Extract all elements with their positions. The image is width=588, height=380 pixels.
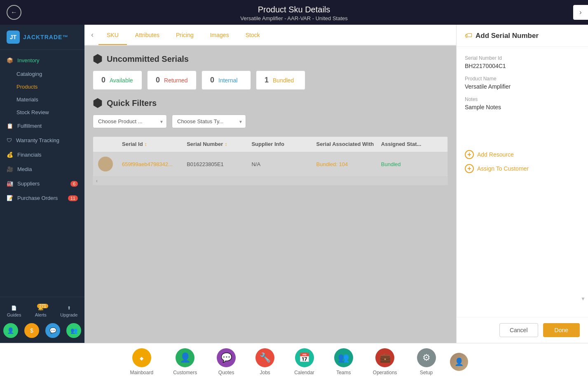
assigned-status-cell: Bundled — [381, 161, 443, 167]
sidebar-bottom-nav: 📄 Guides 🔔 271 Alerts ⬆ Upgrade — [0, 302, 84, 321]
suppliers-icon: 🏭 — [7, 181, 13, 187]
sidebar-alerts-button[interactable]: 🔔 271 Alerts — [35, 305, 47, 317]
col-serial-number-label: Serial Number — [187, 141, 223, 147]
serial-id-cell[interactable]: 659f99aeb4798342... — [122, 161, 183, 167]
sidebar-item-inventory[interactable]: 📦 Inventory — [0, 53, 84, 68]
bottom-nav-teams[interactable]: 👥 Teams — [324, 345, 363, 379]
sidebar-item-fulfillment[interactable]: 📋 Fulfillment — [0, 119, 84, 133]
sidebar-item-label: Inventory — [17, 57, 39, 63]
sidebar-nav: 📦 Inventory Cataloging Products Material… — [0, 50, 84, 297]
main-layout: JT JACKTRADE™ 📦 Inventory Cataloging Pro… — [0, 25, 588, 343]
bottom-nav-quotes[interactable]: 💬 Quotes — [207, 345, 246, 379]
cancel-button[interactable]: Cancel — [499, 323, 538, 337]
financials-icon: 💰 — [7, 152, 13, 158]
row-avatar — [98, 157, 113, 171]
bottom-bar: ⬥ Mainboard 👤 Customers 💬 Quotes 🔧 Jobs … — [0, 343, 588, 380]
sidebar-item-media[interactable]: 🎥 Media — [0, 162, 84, 176]
right-panel: 🏷 Add Serial Number Serial Number Id BH2… — [456, 25, 588, 343]
chat-avatar[interactable]: 💬 — [45, 323, 60, 338]
done-button[interactable]: Done — [543, 323, 580, 337]
available-count: 0 — [101, 76, 105, 84]
page-content: Uncommitted Serials 0 Available 0 Return… — [84, 46, 456, 343]
bottom-nav-jobs[interactable]: 🔧 Jobs — [246, 345, 284, 379]
quotes-label: Quotes — [218, 370, 234, 375]
logo-icon: JT — [7, 30, 20, 44]
filters-row: Choose Product ... Choose Status Ty... — [93, 115, 448, 128]
bottom-nav-operations[interactable]: 💼 Operations — [363, 345, 407, 379]
add-resource-row[interactable]: + Add Resource — [465, 150, 580, 159]
sidebar-upgrade-button[interactable]: ⬆ Upgrade — [60, 305, 77, 317]
scroll-left-arrow[interactable]: ‹ — [96, 178, 98, 184]
sort-icon-serial-number[interactable]: ↕ — [225, 141, 227, 147]
jobs-icon: 🔧 — [255, 348, 274, 367]
tab-stock[interactable]: Stock — [237, 26, 268, 45]
choose-product-dropdown[interactable]: Choose Product ... — [93, 115, 167, 128]
panel-scroll-indicator: ▼ — [581, 296, 586, 302]
purchase-orders-icon: 📝 — [7, 195, 13, 201]
sidebar-item-warranty-tracking[interactable]: 🛡 Warranty Tracking — [0, 133, 84, 148]
bottom-nav-customers[interactable]: 👤 Customers — [163, 345, 207, 379]
customers-icon: 👤 — [176, 348, 194, 367]
tab-pricing[interactable]: Pricing — [168, 26, 202, 45]
sidebar-item-stock-review[interactable]: Stock Review — [0, 106, 84, 119]
status-cards: 0 Available 0 Returned 0 Internal 1 Bund… — [93, 70, 448, 90]
teams-icon: 👥 — [334, 348, 353, 367]
jobs-label: Jobs — [260, 370, 270, 375]
col-serial-id: Serial Id ↕ — [122, 141, 183, 147]
bottom-nav-setup[interactable]: ⚙ Setup — [407, 345, 446, 379]
forward-button[interactable]: › — [573, 5, 588, 20]
tab-images[interactable]: Images — [202, 26, 237, 45]
table-scroll-bar[interactable]: ‹ — [93, 177, 448, 185]
col-supplier-info: Supplier Info — [251, 141, 313, 147]
section-hex-icon — [93, 54, 103, 64]
user-profile-avatar[interactable]: 👤 — [450, 353, 468, 371]
sidebar-item-label: Suppliers — [17, 181, 40, 187]
sidebar-item-label: Materials — [16, 96, 38, 103]
bottom-nav-calendar[interactable]: 📅 Calendar — [284, 345, 324, 379]
sidebar-item-financials[interactable]: 💰 Financials — [0, 148, 84, 162]
sidebar-item-materials[interactable]: Materials — [0, 93, 84, 106]
purchase-orders-badge: 11 — [68, 195, 78, 201]
sidebar-avatar-row: 👤 $ 💬 👥 — [0, 321, 84, 338]
assign-customer-row[interactable]: + Assign To Customer — [465, 164, 580, 173]
back-button[interactable]: ← — [7, 5, 21, 20]
sidebar-item-cataloging[interactable]: Cataloging — [0, 68, 84, 80]
choose-status-dropdown[interactable]: Choose Status Ty... — [172, 115, 246, 128]
user-avatar[interactable]: 👤 — [3, 323, 18, 338]
sidebar-item-label: Fulfillment — [17, 123, 42, 129]
teams-label: Teams — [336, 370, 351, 375]
status-card-returned: 0 Returned — [147, 70, 197, 90]
sidebar-item-suppliers[interactable]: 🏭 Suppliers 6 — [0, 176, 84, 191]
tab-attributes[interactable]: Attributes — [127, 26, 168, 45]
upgrade-icon: ⬆ — [67, 305, 71, 311]
internal-count: 0 — [210, 76, 214, 84]
table-header: Serial Id ↕ Serial Number ↕ Supplier Inf… — [93, 137, 447, 151]
col-assigned-status: Assigned Stat... — [381, 141, 443, 147]
filters-hex-icon — [93, 98, 103, 108]
tag-icon: 🏷 — [465, 31, 472, 40]
bottom-nav-mainboard[interactable]: ⬥ Mainboard — [120, 345, 163, 379]
sidebar-item-products[interactable]: Products — [0, 80, 84, 93]
product-name-value: Versatile Amplifier — [465, 83, 580, 90]
tab-sku[interactable]: SKU — [98, 26, 127, 45]
col-associated-with: Serial Associated With — [316, 141, 378, 147]
sidebar-item-purchase-orders[interactable]: 📝 Purchase Orders 11 — [0, 191, 84, 205]
returned-label: Returned — [164, 77, 188, 84]
sidebar: JT JACKTRADE™ 📦 Inventory Cataloging Pro… — [0, 25, 84, 343]
serial-number-id-label: Serial Number Id — [465, 55, 580, 61]
right-panel-body: Serial Number Id BH22170004C1 Product Na… — [457, 47, 588, 317]
status-card-bundled: 1 Bundled — [256, 70, 305, 90]
sidebar-guides-button[interactable]: 📄 Guides — [7, 305, 21, 317]
operations-icon: 💼 — [375, 348, 394, 367]
tab-back-arrow[interactable]: ‹ — [91, 25, 94, 45]
notes-value: Sample Notes — [465, 104, 580, 110]
dollar-avatar[interactable]: $ — [24, 323, 39, 338]
top-header: ← Product Sku Details Versatile Amplifie… — [0, 0, 588, 25]
sort-icon-serial-id[interactable]: ↕ — [145, 141, 147, 147]
logo-text: JACKTRADE™ — [23, 34, 68, 40]
bundled-count: 1 — [265, 76, 269, 84]
group-avatar[interactable]: 👥 — [66, 323, 81, 338]
col-serial-number: Serial Number ↕ — [187, 141, 248, 147]
upgrade-label: Upgrade — [60, 312, 77, 317]
media-icon: 🎥 — [7, 166, 13, 172]
